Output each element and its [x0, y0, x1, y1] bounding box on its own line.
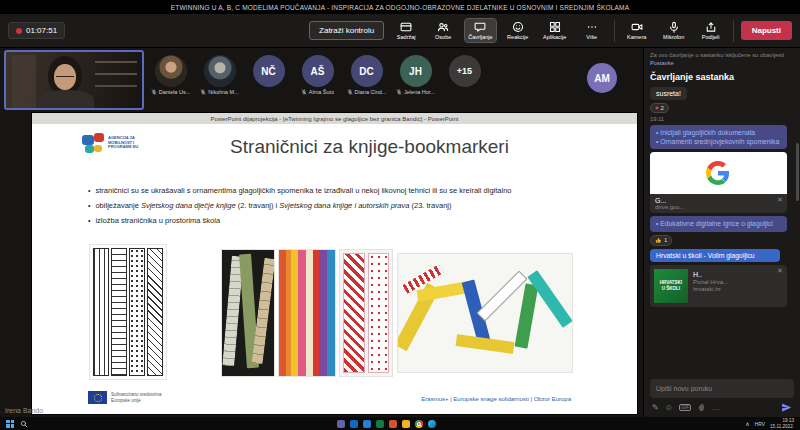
- toolbar-divider: [733, 20, 734, 42]
- chat-notifications-notice: Za ovo čavrljanje u sastanku isključene …: [650, 52, 794, 67]
- card-subtitle: Portal Hrva...: [693, 279, 728, 285]
- start-button[interactable]: [6, 420, 14, 428]
- request-control-button[interactable]: Zatraži kontrolu: [309, 21, 384, 40]
- tab-label: Čavrljanje: [468, 34, 492, 40]
- taskbar-clock[interactable]: 19:13 15.11.2022.: [770, 418, 794, 429]
- participant-tile[interactable]: Daniela Us...: [148, 50, 193, 95]
- more-icon: [586, 21, 598, 33]
- taskbar-app-excel-icon[interactable]: [376, 420, 384, 428]
- video-background: [12, 55, 36, 109]
- emoji-icon[interactable]: ☺: [665, 404, 673, 412]
- ampeu-logo-icon: [82, 133, 104, 153]
- video-shelf: [95, 61, 137, 63]
- taskbar-app-chrome-icon[interactable]: [415, 420, 423, 428]
- tab-apps[interactable]: Aplikacije: [540, 19, 570, 42]
- tab-content[interactable]: Sadržaj: [391, 19, 421, 42]
- participant-name: Jelena Hor...: [404, 89, 435, 95]
- taskbar-search-icon[interactable]: [20, 420, 28, 428]
- tab-more[interactable]: Više: [577, 19, 607, 42]
- participant-tile[interactable]: DC Diana Cind...: [344, 50, 389, 95]
- compose-area: ✎ ☺ GIF …: [650, 377, 794, 413]
- meeting-toolbar: 01:07:51 Zatraži kontrolu Sadržaj Osobe …: [0, 14, 800, 48]
- close-icon[interactable]: [777, 267, 783, 275]
- chat-settings-link[interactable]: Postavke: [650, 60, 674, 66]
- system-tray: ∧ HRV 19:13 15.11.2022.: [745, 418, 794, 429]
- taskbar-app-outlook-icon[interactable]: [350, 420, 358, 428]
- chat-link[interactable]: Edukativne digitalne igrice o glagoljici: [656, 219, 781, 228]
- reaction-count: 2: [661, 105, 664, 111]
- content-area: Daniela Us... Nikolina M... NČ AŠ Alma Š…: [0, 48, 800, 417]
- participant-name: Daniela Us...: [159, 89, 191, 95]
- tab-reactions[interactable]: Reakcije: [503, 19, 533, 42]
- card-title: H..: [693, 271, 728, 278]
- attach-icon[interactable]: [697, 403, 706, 412]
- taskbar-apps: [337, 420, 436, 428]
- participant-tile[interactable]: Nikolina M...: [197, 50, 242, 95]
- participant-avatar-am[interactable]: AM: [587, 63, 617, 93]
- participant-tile[interactable]: JH Jelena Hor...: [393, 50, 438, 95]
- participant-name: Alma Šuto: [309, 89, 334, 95]
- reaction-chip[interactable]: 1: [650, 235, 672, 246]
- content-icon: [400, 21, 412, 33]
- taskbar-app-word-icon[interactable]: [363, 420, 371, 428]
- device-label: Kamera: [627, 34, 646, 40]
- timer-value: 01:07:51: [26, 26, 57, 35]
- taskbar-app-edge-icon[interactable]: [428, 420, 436, 428]
- taskbar-app-explorer-icon[interactable]: [402, 420, 410, 428]
- leave-button[interactable]: Napusti: [741, 21, 792, 40]
- chat-link[interactable]: Ornamenti srednjovjekovnih spomenika: [656, 137, 781, 146]
- self-video-tile[interactable]: [4, 50, 144, 110]
- bookmark-photo-1: [90, 245, 166, 379]
- slide: AGENCIJA ZA MOBILNOST I PROGRAME EU Stra…: [32, 124, 637, 414]
- chat-message: Edukativne digitalne igrice o glagoljici: [650, 216, 787, 231]
- chat-message-list: susreta! ♥ 2 19:11 Inicijali glagoljički…: [650, 87, 794, 374]
- more-options-icon[interactable]: …: [712, 404, 720, 412]
- participant-photo: [204, 55, 236, 87]
- chat-scrollbar[interactable]: [796, 143, 799, 201]
- taskbar-app-teams-icon[interactable]: [337, 420, 345, 428]
- reaction-chip[interactable]: ♥ 2: [650, 103, 669, 113]
- gif-icon[interactable]: GIF: [679, 404, 691, 411]
- link-preview-card-drive[interactable]: G... drive.goo...: [650, 152, 787, 213]
- eu-caption-line: Europske unije: [111, 398, 162, 404]
- participants-overflow-tile[interactable]: +15: [442, 50, 487, 87]
- tray-expand-icon[interactable]: ∧: [745, 420, 749, 427]
- taskbar-app-powerpoint-icon[interactable]: [389, 420, 397, 428]
- tab-label: Više: [586, 34, 597, 40]
- share-screen-button[interactable]: Podijeli: [696, 19, 726, 42]
- bullet-text: straničnici su se ukrašavali s ornamenti…: [95, 186, 511, 196]
- meeting-timer: 01:07:51: [8, 22, 65, 39]
- recording-dot-icon: [16, 28, 22, 34]
- toolbar-divider: [614, 20, 615, 42]
- people-icon: [437, 21, 449, 33]
- slide-title: Straničnici za knjige-bookmarkeri: [152, 136, 587, 158]
- eu-flag-icon: [88, 391, 107, 404]
- microphone-button[interactable]: Mikrofon: [659, 19, 689, 42]
- chat-link[interactable]: Inicijali glagoljičkih dokumenata: [656, 128, 781, 137]
- thumbs-up-icon: [655, 237, 662, 244]
- chat-message: Hrvatski u školi - Volim glagoljicu: [650, 249, 780, 262]
- chat-panel: Za ovo čavrljanje u sastanku isključene …: [643, 48, 800, 417]
- participant-tile[interactable]: NČ: [246, 50, 291, 89]
- chat-timestamp: 19:11: [650, 116, 794, 122]
- chat-message-input[interactable]: [650, 379, 794, 398]
- close-icon[interactable]: [777, 196, 783, 204]
- meeting-stage-column: Daniela Us... Nikolina M... NČ AŠ Alma Š…: [0, 48, 643, 417]
- bookmark-photo-4: [340, 250, 392, 376]
- link-preview-card-hrvatski[interactable]: HRVATSKI U ŠKOLI H.. Portal Hrva... hrva…: [650, 265, 787, 307]
- bullet-item: straničnici su se ukrašavali s ornamenti…: [88, 186, 599, 196]
- mic-off-icon: [301, 89, 307, 95]
- shared-screen[interactable]: PowerPoint dijaprojekcija - [eTwinning I…: [32, 113, 637, 414]
- bullet-item: obilježavanje Svjetskog dana dječje knji…: [88, 201, 599, 211]
- camera-button[interactable]: Kamera: [622, 19, 652, 42]
- language-indicator[interactable]: HRV: [755, 421, 765, 427]
- windows-taskbar: ∧ HRV 19:13 15.11.2022.: [0, 417, 800, 430]
- format-icon[interactable]: ✎: [652, 404, 659, 412]
- tab-chat[interactable]: Čavrljanje: [465, 19, 495, 42]
- participant-avatar: AŠ: [302, 55, 334, 87]
- participant-name: Nikolina M...: [208, 89, 238, 95]
- tab-label: Reakcije: [507, 34, 528, 40]
- tab-people[interactable]: Osobe: [428, 19, 458, 42]
- send-icon[interactable]: [781, 402, 792, 413]
- participant-tile[interactable]: AŠ Alma Šuto: [295, 50, 340, 95]
